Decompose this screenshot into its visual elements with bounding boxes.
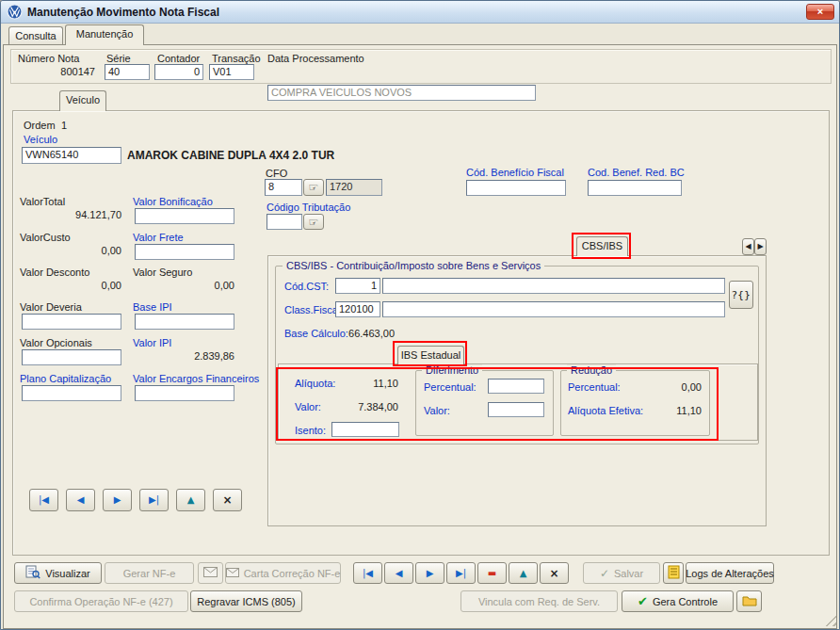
up-triangle-icon: ▲ [520,569,527,578]
vehicle-nav-last-button[interactable]: ▶| [139,489,169,511]
letter-envelope-icon [226,568,239,579]
ordem-value: 1 [61,120,67,131]
envelope-icon [203,567,218,579]
vincula-req-label: Vincula com Req. de Serv. [478,596,600,607]
valor-encargos-field[interactable] [135,385,234,401]
vehicle-nav-first-button[interactable]: |◀ [29,489,58,511]
tab-consulta[interactable]: Consulta [8,26,63,44]
next-record-icon: ▶ [427,569,434,578]
cod-beneficio-field[interactable] [466,180,566,196]
valor-encargos-label: Valor Encargos Financeiros [133,373,259,384]
vehicle-nav-next-button[interactable]: ▶ [103,489,132,511]
chevron-right-icon: ▶ [757,243,763,250]
valor-frete-field[interactable] [135,244,234,260]
tabstrip-scroll-right-button[interactable]: ▶ [754,238,767,255]
cod-benef-red-field[interactable] [588,180,682,196]
tab-veiculo[interactable]: Veículo [59,90,106,111]
cst-helper-button[interactable]: ?{} [729,281,753,309]
vehicle-description: AMAROK CABINE DUPLA 4X4 2.0 TUR [127,149,334,162]
isento-field[interactable] [331,422,399,437]
serie-label: Série [106,53,131,64]
prior-record-icon: ◀ [396,569,403,578]
reducao-title: Redução [567,364,616,376]
valor-seguro-value: 0,00 [133,280,234,291]
codigo-tributacao-label: Código Tributação [267,202,350,213]
isento-label: Isento: [295,425,326,436]
close-button[interactable]: × [806,4,834,20]
diferimento-percentual-field[interactable] [488,379,544,394]
valor-bonificacao-field[interactable] [135,208,234,224]
check-icon: ✓ [600,567,609,580]
regravar-icms-label: Regravar ICMS (805) [197,596,296,607]
chevron-left-icon: ◀ [745,243,751,250]
base-ipi-field[interactable] [135,314,234,330]
valor-custo-value: 0,00 [20,245,121,256]
codigo-tributacao-lookup-button[interactable]: ☞ [303,214,324,230]
valor-total-value: 94.121,70 [20,209,121,220]
tabstrip-scroll-left-button[interactable]: ◀ [742,238,754,255]
valor-desconto-value: 0,00 [20,280,121,291]
subtab-ibs-estadual[interactable]: IBS Estadual [397,346,464,364]
title-bar: Manutenção Movimento Nota Fiscal × [1,1,839,24]
log-notepad-button[interactable] [663,562,684,584]
footer-nav-remove-button[interactable]: ▬ [477,562,507,584]
valor-opcionais-field[interactable] [22,349,121,365]
footer-nav-first-button[interactable]: |◀ [353,562,382,584]
valor-deveria-field[interactable] [22,314,121,330]
vehicle-nav-cancel-button[interactable]: × [213,489,242,511]
first-record-icon: |◀ [39,495,49,505]
prior-record-icon: ◀ [77,495,85,505]
footer-nav-prior-button[interactable]: ◀ [384,562,413,584]
cancel-x-icon: × [222,494,232,506]
logs-alteracoes-button[interactable]: Logs de Alterações [686,562,774,584]
visualizar-button[interactable]: Visualizar [14,562,102,584]
carta-correcao-button: Carta Correção NF-e [225,562,341,584]
vincula-req-button: Vincula com Req. de Serv. [460,590,618,612]
cod-cst-descricao-field[interactable] [382,278,725,294]
folder-button[interactable] [736,590,762,612]
transacao-label: Transação [212,53,261,64]
tab-cbs-ibs[interactable]: CBS/IBS [576,236,628,256]
cod-cst-field[interactable]: 1 [335,278,380,294]
tab-manutencao[interactable]: Manutenção [65,24,144,45]
footer-nav-last-button[interactable]: ▶| [446,562,476,584]
operacao-field: COMPRA VEICULOS NOVOS [267,85,536,101]
veiculo-field[interactable]: VWN65140 [22,147,121,164]
window-title: Manutenção Movimento Nota Fiscal [27,6,219,19]
cfo-lookup-button[interactable]: ☞ [303,179,324,196]
up-triangle-icon: ▲ [187,495,195,505]
gera-controle-label: Gera Controle [653,596,718,607]
gera-controle-button[interactable]: ✔ Gera Controle [622,590,734,612]
reducao-groupbox [560,370,710,436]
footer-nav-next-button[interactable]: ▶ [415,562,444,584]
class-fiscal-field[interactable]: 120100 [335,301,380,317]
cfo-code-field[interactable]: 8 [265,179,302,196]
codigo-tributacao-field[interactable] [267,214,302,230]
footer-nav-up-button[interactable]: ▲ [509,562,538,584]
vehicle-nav-prior-button[interactable]: ◀ [66,489,95,511]
class-fiscal-descricao-field[interactable] [382,301,725,317]
contador-field[interactable]: 0 [154,64,203,80]
green-check-icon: ✔ [638,594,648,608]
vehicle-nav-up-button[interactable]: ▲ [176,489,205,511]
gerar-nfe-button: Gerar NF-e [105,562,194,584]
data-processamento-label: Data Processamento [267,53,364,64]
aliquota-label: Alíquota: [295,378,335,389]
salvar-button: ✓ Salvar [583,562,660,584]
valor-frete-label: Valor Frete [133,232,184,243]
footer-nav-cancel-button[interactable]: × [540,562,569,584]
confirma-operacao-label: Confirma Operação NF-e (427) [29,596,172,607]
diferimento-percentual-label: Percentual: [424,381,477,393]
preview-doc-magnifier-icon [25,565,40,581]
transacao-field[interactable]: V01 [209,64,254,80]
regravar-icms-button[interactable]: Regravar ICMS (805) [190,590,302,612]
base-calculo-value: 66.463,00 [332,328,395,339]
cancel-x-icon: × [549,568,558,579]
diferimento-valor-field[interactable] [488,402,544,417]
yellow-notepad-icon [668,565,680,581]
valor-deveria-label: Valor Deveria [20,301,82,313]
base-ipi-label: Base IPI [133,301,172,313]
valor-total-label: ValorTotal [20,196,65,207]
plano-capitalizacao-field[interactable] [22,385,121,401]
serie-field[interactable]: 40 [105,64,150,80]
